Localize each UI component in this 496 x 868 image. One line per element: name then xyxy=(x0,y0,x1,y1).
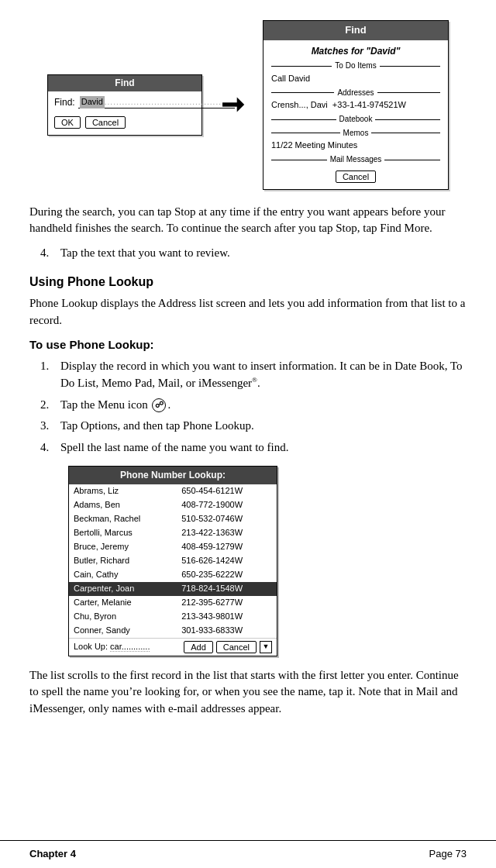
arrow-icon: ➞ xyxy=(221,91,244,119)
subsection-heading: To use Phone Lookup: xyxy=(29,336,467,353)
lookup-box: Phone Number Lookup: Abrams, Liz650-454-… xyxy=(68,466,277,656)
lookup-name: Beckman, Rachel xyxy=(69,512,177,526)
lookup-name: Carter, Melanie xyxy=(69,596,177,610)
section-todo-label: To Do Items xyxy=(335,60,376,72)
lookup-row[interactable]: Conner, Sandy301-933-6833W xyxy=(69,624,277,638)
lookup-container: Phone Number Lookup: Abrams, Liz650-454-… xyxy=(68,466,467,656)
lookup-label: Look Up: car............ xyxy=(74,641,181,653)
lookup-number: 213-343-9801W xyxy=(177,610,277,624)
lookup-number: 408-772-1900W xyxy=(177,498,277,512)
lookup-row[interactable]: Bertolli, Marcus213-422-1363W xyxy=(69,526,277,540)
lookup-name: Abrams, Liz xyxy=(69,484,177,498)
find-input-field: David ..................................… xyxy=(78,98,235,108)
result-call-david: Call David xyxy=(271,73,440,85)
section-para: Phone Lookup displays the Address list s… xyxy=(29,295,467,329)
divider-line xyxy=(271,119,336,120)
find-large-title: Find xyxy=(264,21,448,40)
lookup-number: 650-235-6222W xyxy=(177,568,277,582)
footer-page: Page 73 xyxy=(429,847,467,862)
step-3: 3. Tap Options, and then tap Phone Looku… xyxy=(40,418,467,435)
step-2-text: Tap the Menu icon ☍. xyxy=(60,397,467,414)
lookup-number: 408-459-1279W xyxy=(177,540,277,554)
lookup-number: 516-626-1424W xyxy=(177,554,277,568)
para-stop: During the search, you can tap Stop at a… xyxy=(29,204,467,238)
footer-chapter: Chapter 4 xyxy=(29,847,76,862)
find-large-cancel-button[interactable]: Cancel xyxy=(336,170,376,183)
lookup-input: car............ xyxy=(110,642,150,652)
step-list-top: 4. Tap the text that you want to review. xyxy=(40,245,467,262)
lookup-footer: Look Up: car............ Add Cancel ▼ xyxy=(69,638,277,656)
lookup-name: Cain, Cathy xyxy=(69,568,177,582)
step-3-text: Tap Options, and then tap Phone Lookup. xyxy=(60,418,467,435)
step-1-num: 1. xyxy=(40,358,56,392)
lookup-row[interactable]: Carpenter, Joan718-824-1548W xyxy=(69,582,277,596)
result-meeting: 11/22 Meeting Minutes xyxy=(271,140,440,152)
lookup-table: Abrams, Liz650-454-6121WAdams, Ben408-77… xyxy=(69,484,277,637)
lookup-add-button[interactable]: Add xyxy=(184,641,213,653)
section-datebook: Datebook xyxy=(271,114,440,126)
find-input-value: David xyxy=(80,96,105,108)
divider-line xyxy=(271,160,327,160)
divider-line xyxy=(271,133,340,133)
section-memos-label: Memos xyxy=(343,128,369,140)
matches-prefix: Matches for xyxy=(312,46,367,57)
find-cancel-button[interactable]: Cancel xyxy=(85,116,126,129)
lookup-row[interactable]: Abrams, Liz650-454-6121W xyxy=(69,484,277,498)
lookup-name: Butler, Richard xyxy=(69,554,177,568)
lookup-number: 213-422-1363W xyxy=(177,526,277,540)
step-4-num: 4. xyxy=(40,439,56,456)
find-ok-button[interactable]: OK xyxy=(54,116,81,129)
lookup-number: 212-395-6277W xyxy=(177,596,277,610)
lookup-name: Carpenter, Joan xyxy=(69,582,177,596)
find-label: Find: xyxy=(54,96,75,109)
find-small-title: Find xyxy=(48,75,202,91)
page-content: Find Find: David .......................… xyxy=(0,0,496,756)
find-small-buttons: OK Cancel xyxy=(54,116,195,129)
section-todo: To Do Items xyxy=(271,60,440,72)
lookup-name: Adams, Ben xyxy=(69,498,177,512)
list-item-4: 4. Tap the text that you want to review. xyxy=(40,245,467,262)
lookup-cancel-button[interactable]: Cancel xyxy=(216,641,257,653)
lookup-row[interactable]: Carter, Melanie212-395-6277W xyxy=(69,596,277,610)
lookup-number: 650-454-6121W xyxy=(177,484,277,498)
divider-line xyxy=(375,119,440,120)
find-box-large: Find Matches for "David" To Do Items Cal… xyxy=(263,20,449,190)
section-addresses: Addresses xyxy=(271,88,440,99)
lookup-row[interactable]: Adams, Ben408-772-1900W xyxy=(69,498,277,512)
section-memos: Memos xyxy=(271,128,440,140)
step-text: Tap the text that you want to review. xyxy=(60,245,467,262)
step-4: 4. Spell the last name of the name you w… xyxy=(40,439,467,456)
matches-title: Matches for "David" xyxy=(271,45,440,58)
scroll-down-button[interactable]: ▼ xyxy=(260,641,272,653)
find-input-dots: ........................................… xyxy=(105,97,233,108)
step-3-num: 3. xyxy=(40,418,56,435)
matches-query: "David" xyxy=(366,46,400,57)
lookup-row[interactable]: Beckman, Rachel510-532-0746W xyxy=(69,512,277,526)
step-1: 1. Display the record in which you want … xyxy=(40,358,467,392)
step-4-text: Spell the last name of the name you want… xyxy=(60,439,467,456)
steps-list: 1. Display the record in which you want … xyxy=(40,358,467,456)
lookup-row[interactable]: Cain, Cathy650-235-6222W xyxy=(69,568,277,582)
section-mail: Mail Messages xyxy=(271,154,440,166)
step-2-num: 2. xyxy=(40,397,56,414)
illustration-row: Find Find: David .......................… xyxy=(29,20,467,190)
step-2: 2. Tap the Menu icon ☍. xyxy=(40,397,467,414)
lookup-number: 301-933-6833W xyxy=(177,624,277,638)
lookup-body: Abrams, Liz650-454-6121WAdams, Ben408-77… xyxy=(69,484,277,655)
lookup-name: Conner, Sandy xyxy=(69,624,177,638)
lookup-number: 718-824-1548W xyxy=(177,582,277,596)
section-datebook-label: Datebook xyxy=(339,114,373,126)
section-addresses-label: Addresses xyxy=(337,88,374,99)
find-box-small: Find Find: David .......................… xyxy=(47,74,202,136)
lookup-row[interactable]: Bruce, Jeremy408-459-1279W xyxy=(69,540,277,554)
lookup-number: 510-532-0746W xyxy=(177,512,277,526)
lookup-row[interactable]: Butler, Richard516-626-1424W xyxy=(69,554,277,568)
divider-line xyxy=(380,66,440,67)
divider-line xyxy=(384,160,440,160)
step-num: 4. xyxy=(40,245,56,262)
lookup-name: Bertolli, Marcus xyxy=(69,526,177,540)
lookup-row[interactable]: Chu, Byron213-343-9801W xyxy=(69,610,277,624)
lookup-name: Bruce, Jeremy xyxy=(69,540,177,554)
section-heading-phone-lookup: Using Phone Lookup xyxy=(29,273,467,291)
lookup-title: Phone Number Lookup: xyxy=(69,467,277,484)
